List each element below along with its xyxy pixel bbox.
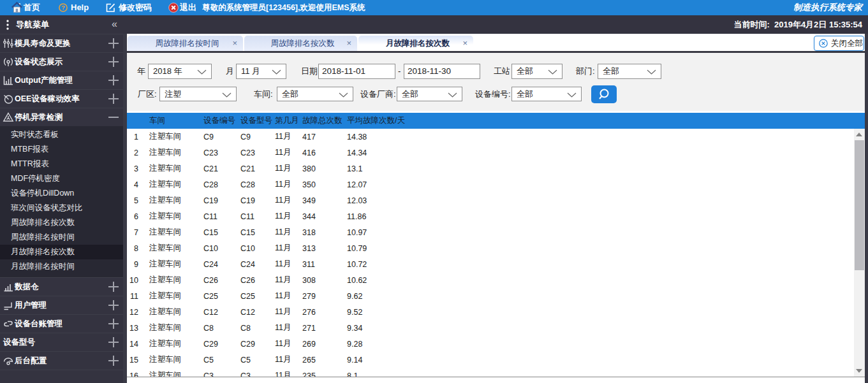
svg-text:?: ? <box>61 4 65 11</box>
